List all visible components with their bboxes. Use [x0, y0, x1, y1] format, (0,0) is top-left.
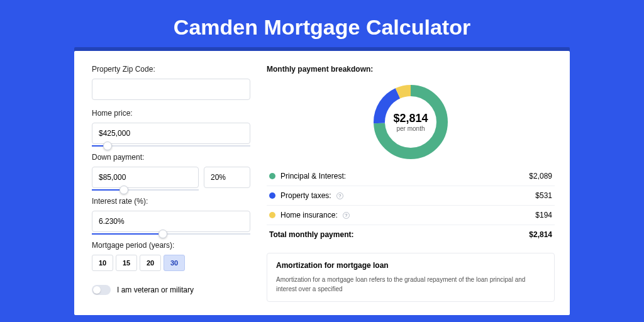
period-button-10[interactable]: 10 — [92, 255, 113, 271]
breakdown-row: Principal & Interest:$2,089 — [267, 167, 555, 186]
breakdown-value: $2,089 — [529, 172, 552, 180]
home-price-slider-thumb[interactable] — [103, 142, 112, 150]
breakdown-label: Principal & Interest: — [280, 172, 346, 180]
rate-slider-thumb[interactable] — [158, 230, 167, 238]
home-price-slider[interactable] — [92, 145, 250, 147]
breakdown-title: Monthly payment breakdown: — [267, 65, 555, 74]
down-payment-label: Down payment: — [92, 153, 250, 162]
help-icon[interactable]: ? — [336, 192, 343, 199]
legend-dot-icon — [269, 192, 275, 199]
total-label: Total monthly payment: — [269, 230, 353, 239]
donut-center: $2,814 per month — [372, 84, 449, 160]
down-payment-slider[interactable] — [92, 189, 199, 191]
legend-dot-icon — [269, 212, 275, 218]
donut-chart-wrap: $2,814 per month — [267, 77, 555, 167]
breakdown-label: Home insurance: — [280, 211, 338, 219]
total-value: $2,814 — [529, 230, 552, 239]
donut-sub: per month — [396, 125, 425, 132]
donut-chart: $2,814 per month — [372, 84, 449, 160]
period-label: Mortgage period (years): — [92, 241, 250, 250]
zip-field-wrap — [92, 79, 250, 100]
veteran-label: I am veteran or military — [117, 286, 194, 294]
form-panel: Property Zip Code: Home price: Down paym… — [74, 51, 260, 315]
veteran-toggle-row: I am veteran or military — [92, 285, 250, 295]
page-title: Camden Mortgage Calculator — [0, 0, 644, 51]
breakdown-panel: Monthly payment breakdown: $2,814 per mo… — [260, 51, 570, 315]
amortization-box: Amortization for mortgage loan Amortizat… — [267, 253, 555, 302]
breakdown-total-row: Total monthly payment: $2,814 — [267, 225, 555, 244]
donut-amount: $2,814 — [393, 112, 428, 125]
legend-dot-icon — [269, 173, 275, 179]
breakdown-label: Property taxes: — [280, 191, 331, 200]
rate-slider[interactable] — [92, 233, 250, 235]
zip-input[interactable] — [92, 79, 250, 100]
breakdown-value: $194 — [535, 211, 552, 219]
home-price-field-wrap — [92, 123, 250, 144]
down-slider-thumb[interactable] — [119, 186, 128, 194]
rate-field-wrap — [92, 211, 250, 232]
rate-label: Interest rate (%): — [92, 197, 250, 206]
breakdown-row: Property taxes: ?$531 — [267, 186, 555, 206]
breakdown-value: $531 — [535, 191, 552, 200]
breakdown-rows: Principal & Interest:$2,089Property taxe… — [267, 167, 555, 225]
down-pct-input[interactable] — [204, 167, 250, 188]
down-amount-input[interactable] — [92, 167, 199, 188]
breakdown-row: Home insurance: ?$194 — [267, 206, 555, 225]
home-price-label: Home price: — [92, 109, 250, 118]
down-pct-wrap — [204, 167, 250, 188]
veteran-toggle[interactable] — [92, 285, 111, 295]
amortization-title: Amortization for mortgage loan — [276, 261, 545, 270]
rate-input[interactable] — [92, 211, 250, 232]
zip-label: Property Zip Code: — [92, 65, 250, 74]
period-button-15[interactable]: 15 — [116, 255, 137, 271]
period-button-30[interactable]: 30 — [164, 255, 185, 271]
amortization-text: Amortization for a mortgage loan refers … — [276, 275, 545, 294]
period-buttons: 10152030 — [92, 255, 250, 271]
down-amount-wrap — [92, 167, 199, 188]
help-icon[interactable]: ? — [343, 212, 350, 219]
home-price-input[interactable] — [92, 123, 250, 144]
period-button-20[interactable]: 20 — [140, 255, 161, 271]
calculator-card: Property Zip Code: Home price: Down paym… — [74, 51, 570, 315]
